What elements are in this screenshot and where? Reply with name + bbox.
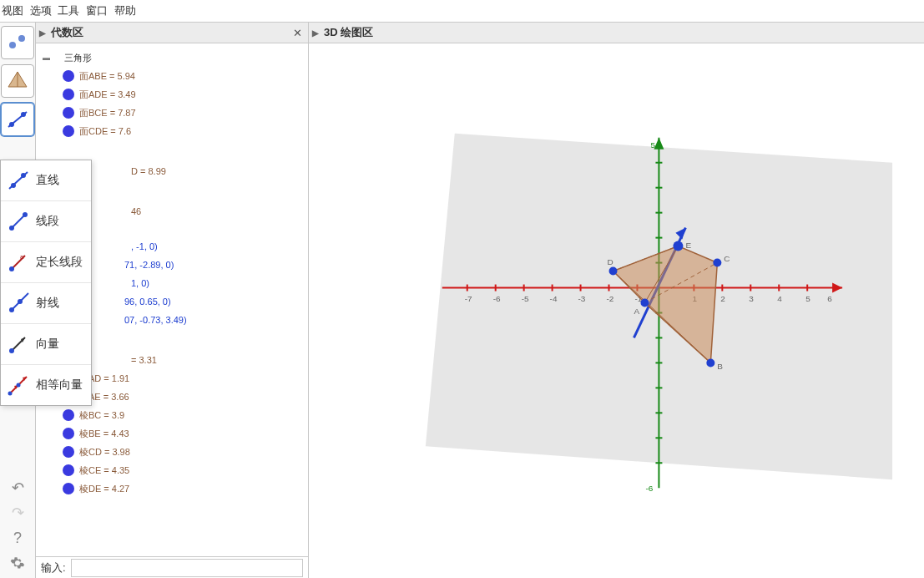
- svg-text:-4: -4: [550, 294, 558, 303]
- svg-point-0: [9, 42, 16, 48]
- tree-item[interactable]: 棱CD = 3.98: [39, 443, 305, 461]
- svg-text:-2: -2: [607, 294, 614, 303]
- help-icon[interactable]: ?: [4, 527, 31, 549]
- svg-text:A: A: [634, 307, 639, 316]
- close-icon[interactable]: ✕: [290, 25, 305, 40]
- tree-item[interactable]: 棱BE = 4.43: [39, 424, 305, 443]
- svg-text:5: 5: [650, 140, 655, 150]
- tool-pyramid[interactable]: [1, 64, 34, 98]
- chevron-right-icon[interactable]: ▶: [39, 28, 46, 38]
- popup-equal-vector[interactable]: 相等向量: [1, 365, 91, 405]
- redo-icon[interactable]: ↷: [4, 502, 31, 524]
- svg-text:4: 4: [777, 294, 782, 303]
- vector-icon: [4, 330, 33, 358]
- menu-tools[interactable]: 工具: [58, 4, 79, 17]
- svg-point-9: [21, 173, 26, 178]
- svg-point-85: [713, 259, 721, 267]
- chevron-right-icon[interactable]: ▶: [312, 28, 319, 38]
- tool-bottom: ↶ ↷ ?: [0, 475, 35, 578]
- svg-point-8: [11, 183, 16, 188]
- svg-text:-6: -6: [645, 484, 653, 493]
- svg-text:C: C: [724, 254, 730, 263]
- popup-line[interactable]: 直线: [1, 160, 91, 201]
- input-label: 输入:: [41, 560, 66, 575]
- svg-text:-6: -6: [493, 294, 501, 303]
- tool-point[interactable]: [1, 26, 34, 59]
- tree-item[interactable]: 面CDE = 7.6: [39, 122, 305, 140]
- tree-item[interactable]: 棱DE = 4.27: [39, 479, 305, 498]
- svg-text:-5: -5: [522, 294, 529, 303]
- graphics-canvas[interactable]: -7-6-5 -4-3-2 -112 345 6: [309, 43, 924, 578]
- algebra-header: ▶ 代数区 ✕: [36, 23, 308, 43]
- svg-text:E: E: [685, 241, 691, 250]
- svg-point-12: [23, 212, 28, 217]
- svg-point-21: [9, 348, 14, 353]
- algebra-title: 代数区: [51, 25, 290, 40]
- popup-segment[interactable]: 线段: [1, 201, 91, 242]
- segment-icon: [4, 207, 33, 236]
- svg-text:-3: -3: [578, 294, 586, 303]
- svg-point-81: [640, 299, 649, 307]
- ray-icon: [4, 289, 33, 317]
- menu-view[interactable]: 视图: [2, 4, 23, 17]
- svg-text:2: 2: [720, 294, 725, 303]
- svg-text:3: 3: [749, 294, 754, 303]
- svg-point-87: [673, 241, 683, 251]
- svg-point-11: [9, 226, 14, 231]
- gear-icon[interactable]: [4, 552, 31, 574]
- svg-text:B: B: [717, 362, 723, 371]
- svg-point-17: [9, 307, 14, 312]
- svg-text:D: D: [608, 257, 613, 266]
- input-bar: 输入:: [36, 556, 308, 578]
- tree-item[interactable]: 面ABE = 5.94: [39, 67, 305, 85]
- popup-vector[interactable]: 向量: [1, 324, 91, 365]
- popup-label: 射线: [36, 296, 59, 311]
- tool-line[interactable]: [1, 103, 34, 136]
- svg-text:6: 6: [827, 294, 832, 303]
- command-input[interactable]: [71, 559, 303, 577]
- line-tools-popup: 直线 线段 a 定长线段 射线 向量 相等向量: [0, 160, 92, 406]
- svg-point-18: [18, 299, 23, 304]
- svg-point-83: [706, 358, 714, 367]
- line-icon: [4, 166, 33, 195]
- menu-bar: 视图 选项 工具 窗口 帮助: [0, 0, 924, 23]
- svg-point-5: [9, 122, 14, 127]
- popup-label: 相等向量: [36, 378, 83, 393]
- svg-point-1: [18, 35, 25, 42]
- svg-point-79: [609, 267, 618, 276]
- svg-marker-57: [654, 138, 664, 150]
- popup-label: 直线: [36, 173, 59, 188]
- svg-point-27: [17, 383, 21, 388]
- tree-category[interactable]: ▬三角形: [39, 48, 305, 67]
- tree-item[interactable]: 面BCE = 7.87: [39, 104, 305, 122]
- popup-ray[interactable]: 射线: [1, 283, 91, 324]
- popup-label: 定长线段: [36, 255, 83, 270]
- menu-help[interactable]: 帮助: [114, 4, 136, 17]
- popup-fixed-segment[interactable]: a 定长线段: [1, 242, 91, 283]
- menu-options[interactable]: 选项: [30, 4, 52, 17]
- equal-vector-icon: [4, 371, 33, 399]
- svg-point-6: [21, 112, 26, 117]
- svg-text:5: 5: [805, 294, 810, 303]
- tree-item[interactable]: 棱CE = 4.35: [39, 461, 305, 479]
- graphics-title: 3D 绘图区: [324, 25, 921, 40]
- svg-point-14: [9, 266, 14, 271]
- tree-item[interactable]: 棱BC = 3.9: [39, 406, 305, 424]
- tree-item[interactable]: 面ADE = 3.49: [39, 85, 305, 104]
- undo-icon[interactable]: ↶: [4, 477, 31, 499]
- svg-line-10: [12, 215, 25, 228]
- popup-label: 线段: [36, 214, 59, 229]
- menu-window[interactable]: 窗口: [86, 4, 108, 17]
- graphics-header: ▶ 3D 绘图区: [309, 23, 924, 43]
- svg-text:a: a: [20, 253, 24, 261]
- fixed-segment-icon: a: [4, 248, 33, 276]
- popup-label: 向量: [36, 337, 59, 352]
- svg-text:-7: -7: [465, 294, 472, 303]
- graphics-panel: ▶ 3D 绘图区: [309, 23, 924, 578]
- svg-point-26: [8, 392, 13, 396]
